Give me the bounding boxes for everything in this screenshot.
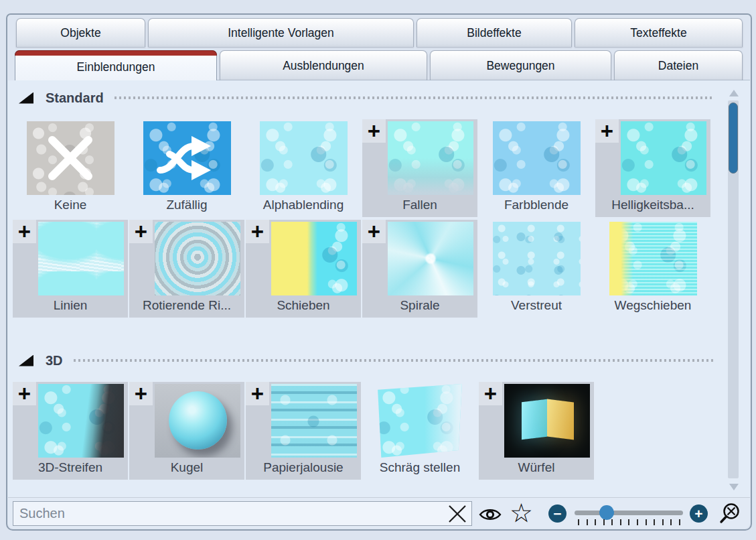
effects-panel: ObjekteIntelligente VorlagenBildeffekteT… — [6, 13, 752, 531]
plus-badge: + — [362, 119, 386, 143]
effect-tile-spirale[interactable]: +Spirale — [362, 220, 477, 318]
slider-tick — [603, 519, 605, 525]
effects-grid-3d: +3D-Streifen+Kugel+PapierjalousieSchräg … — [13, 382, 750, 480]
slider-tick — [654, 519, 655, 525]
effect-tile-ringe[interactable]: +Rotierende Ri... — [129, 220, 244, 318]
effect-tile-jalousie[interactable]: +Papierjalousie — [246, 382, 361, 480]
eye-icon[interactable] — [479, 507, 502, 523]
slider-tick — [578, 519, 579, 525]
effect-thumbnail — [376, 384, 464, 458]
scrollbar-thumb[interactable] — [729, 103, 738, 174]
tab-bewegungen[interactable]: Bewegungen — [430, 50, 611, 80]
effect-thumbnail — [621, 121, 706, 195]
tab-bildeffekte[interactable]: Bildeffekte — [417, 18, 572, 47]
tab-dateien[interactable]: Dateien — [614, 50, 743, 80]
effect-thumbnail — [388, 222, 473, 295]
slider-tick — [679, 519, 680, 525]
scrollbar-up-arrow-icon[interactable] — [729, 90, 739, 96]
zoom-reset-magnifier-icon[interactable] — [718, 502, 742, 526]
effect-thumbnail — [271, 384, 357, 458]
collapse-triangle-icon — [19, 92, 33, 104]
section-header-3d[interactable]: 3D — [19, 351, 713, 370]
plus-badge: + — [246, 382, 269, 405]
plus-badge: + — [595, 119, 619, 143]
effect-tile-wuerfel[interactable]: +Würfel — [479, 382, 594, 480]
effect-thumbnail — [155, 384, 240, 458]
effect-label: Schräg stellen — [362, 460, 477, 475]
plus-badge: + — [362, 220, 386, 243]
effect-tile-linien[interactable]: +Linien — [13, 220, 128, 318]
effect-label: Farbblende — [479, 198, 594, 212]
thumbnail-size-slider-thumb[interactable] — [599, 505, 614, 520]
effect-thumbnail — [504, 384, 590, 458]
effect-tile-fallen[interactable]: +Fallen — [362, 119, 477, 217]
slider-tick — [646, 519, 647, 525]
slider-tick — [587, 519, 588, 525]
star-icon[interactable]: ☆ — [510, 497, 533, 529]
effect-thumbnail — [493, 121, 581, 195]
effect-label: Spirale — [362, 298, 477, 313]
effect-thumbnail — [493, 222, 581, 295]
thumbnail-size-slider-track[interactable] — [575, 511, 683, 515]
effect-thumbnail — [38, 384, 124, 458]
search-input[interactable] — [13, 501, 472, 526]
effect-label: Alphablending — [246, 198, 361, 212]
section-title: 3D — [46, 353, 63, 368]
clear-search-icon[interactable] — [447, 504, 467, 524]
plus-badge: + — [246, 220, 269, 243]
effect-tile-schieben[interactable]: +Schieben — [246, 220, 361, 318]
plus-badge: + — [479, 382, 502, 405]
slider-tick — [670, 519, 672, 525]
section-title: Standard — [46, 90, 104, 106]
section-header-standard[interactable]: Standard — [19, 88, 713, 107]
effect-tile-verstreut[interactable]: Verstreut — [479, 220, 594, 318]
tab-texteffekte[interactable]: Texteffekte — [575, 18, 743, 47]
effect-tile-keine[interactable]: Keine — [13, 119, 128, 217]
tab-einblendungen[interactable]: Einblendungen — [15, 50, 217, 80]
tab-objekte[interactable]: Objekte — [16, 18, 145, 47]
effect-tile-streifen3d[interactable]: +3D-Streifen — [13, 382, 128, 480]
effect-label: Schieben — [246, 298, 361, 313]
shuffle-arrows-icon — [153, 131, 220, 185]
effect-label: Papierjalousie — [246, 460, 361, 475]
plus-badge: + — [13, 220, 36, 243]
scrollbar-down-arrow-icon[interactable] — [729, 484, 739, 490]
effect-tile-alpha[interactable]: Alphablending — [246, 119, 361, 217]
tab-row-top: ObjekteIntelligente VorlagenBildeffekteT… — [16, 18, 743, 47]
bottom-toolbar: ☆ − + — [8, 497, 750, 529]
tab-intelligente-vorlagen[interactable]: Intelligente Vorlagen — [148, 18, 414, 47]
effect-tile-helligkeit[interactable]: +Helligkeitsba... — [595, 119, 710, 217]
effect-label: Kugel — [129, 460, 244, 475]
effect-thumbnail — [38, 222, 124, 295]
zoom-out-button[interactable]: − — [548, 504, 566, 523]
plus-badge: + — [129, 220, 153, 243]
effect-label: 3D-Streifen — [13, 460, 128, 475]
effect-thumbnail — [388, 121, 473, 195]
effect-tile-wegschieben[interactable]: Wegschieben — [595, 220, 710, 318]
slider-tick — [637, 519, 638, 525]
slider-tick — [595, 519, 596, 525]
x-cross-icon — [44, 131, 97, 185]
effect-thumbnail — [27, 121, 115, 195]
effect-thumbnail — [155, 222, 240, 295]
slider-tick — [620, 519, 621, 525]
effect-tile-farbblende[interactable]: Farbblende — [479, 119, 594, 217]
tab-ausblendungen[interactable]: Ausblendungen — [220, 50, 427, 80]
effect-label: Wegschieben — [595, 298, 710, 313]
effect-label: Keine — [13, 198, 128, 212]
effect-tile-zufaellig[interactable]: Zufällig — [129, 119, 244, 217]
effect-label: Verstreut — [479, 298, 594, 313]
section-dotted-rule — [74, 359, 713, 362]
effect-label: Fallen — [362, 198, 477, 212]
effect-tile-kugel[interactable]: +Kugel — [129, 382, 244, 480]
slider-tick — [662, 519, 664, 525]
effect-label: Zufällig — [129, 198, 244, 212]
effect-thumbnail — [609, 222, 697, 295]
effect-tile-schraeg[interactable]: Schräg stellen — [362, 382, 477, 480]
effect-thumbnail — [143, 121, 231, 195]
effect-label: Rotierende Ri... — [129, 298, 244, 313]
zoom-in-button[interactable]: + — [690, 504, 708, 523]
section-dotted-rule — [115, 96, 713, 99]
plus-badge: + — [13, 382, 36, 405]
plus-badge: + — [129, 382, 153, 405]
